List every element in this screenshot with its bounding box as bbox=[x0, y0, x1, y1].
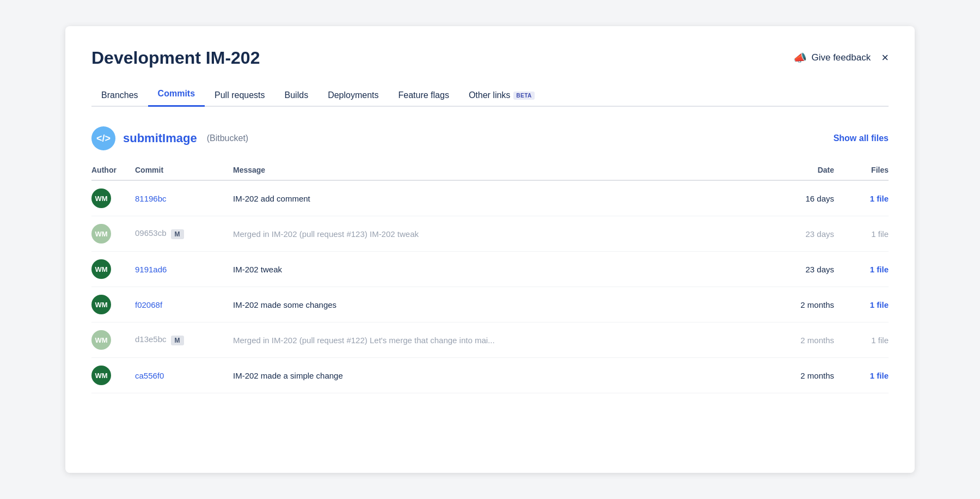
give-feedback-label: Give feedback bbox=[811, 52, 871, 63]
commit-cell-0: 81196bc bbox=[135, 180, 233, 216]
author-cell-3: WM bbox=[91, 287, 135, 322]
message-cell-0: IM-202 add comment bbox=[233, 180, 758, 216]
tab-deployments[interactable]: Deployments bbox=[318, 85, 388, 107]
tab-pull-requests[interactable]: Pull requests bbox=[205, 85, 275, 107]
tabs-nav: BranchesCommitsPull requestsBuildsDeploy… bbox=[91, 83, 889, 107]
table-row: WMf02068fIM-202 made some changes2 month… bbox=[91, 287, 889, 322]
give-feedback-button[interactable]: 📣 Give feedback bbox=[793, 51, 871, 64]
table-row: WMca556f0IM-202 made a simple change2 mo… bbox=[91, 358, 889, 393]
beta-badge: BETA bbox=[513, 92, 534, 100]
commit-message: Merged in IM-202 (pull request #122) Let… bbox=[233, 336, 495, 345]
date-cell-1: 23 days bbox=[758, 216, 834, 252]
avatar: WM bbox=[91, 259, 111, 279]
table-row: WM9191ad6IM-202 tweak23 days1 file bbox=[91, 252, 889, 287]
date-cell-0: 16 days bbox=[758, 180, 834, 216]
files-cell-0[interactable]: 1 file bbox=[834, 180, 889, 216]
table-row: WM09653cbMMerged in IM-202 (pull request… bbox=[91, 216, 889, 252]
date-cell-3: 2 months bbox=[758, 287, 834, 322]
commit-cell-1: 09653cbM bbox=[135, 216, 233, 252]
tab-branches[interactable]: Branches bbox=[91, 85, 148, 107]
repo-info: </> submitImage (Bitbucket) bbox=[91, 126, 248, 150]
close-button[interactable]: × bbox=[881, 52, 889, 64]
repo-source: (Bitbucket) bbox=[207, 133, 248, 143]
tab-feature-flags[interactable]: Feature flags bbox=[389, 85, 459, 107]
panel-header: Development IM-202 📣 Give feedback × bbox=[91, 48, 889, 68]
col-header-author: Author bbox=[91, 161, 135, 180]
message-cell-2: IM-202 tweak bbox=[233, 252, 758, 287]
avatar: WM bbox=[91, 295, 111, 314]
commit-cell-4: d13e5bcM bbox=[135, 322, 233, 358]
avatar: WM bbox=[91, 188, 111, 208]
col-header-files: Files bbox=[834, 161, 889, 180]
col-header-date: Date bbox=[758, 161, 834, 180]
merge-badge: M bbox=[171, 336, 184, 345]
repo-section: </> submitImage (Bitbucket) Show all fil… bbox=[91, 126, 889, 393]
tab-builds[interactable]: Builds bbox=[275, 85, 318, 107]
avatar: WM bbox=[91, 224, 111, 244]
commits-table: Author Commit Message Date Files WM81196… bbox=[91, 161, 889, 393]
commit-cell-3: f02068f bbox=[135, 287, 233, 322]
date-cell-5: 2 months bbox=[758, 358, 834, 393]
message-cell-4: Merged in IM-202 (pull request #122) Let… bbox=[233, 322, 758, 358]
files-cell-2[interactable]: 1 file bbox=[834, 252, 889, 287]
table-row: WM81196bcIM-202 add comment16 days1 file bbox=[91, 180, 889, 216]
commit-hash-link[interactable]: 9191ad6 bbox=[135, 265, 167, 274]
date-cell-4: 2 months bbox=[758, 322, 834, 358]
author-cell-2: WM bbox=[91, 252, 135, 287]
message-cell-5: IM-202 made a simple change bbox=[233, 358, 758, 393]
commit-cell-2: 9191ad6 bbox=[135, 252, 233, 287]
table-row: WMd13e5bcMMerged in IM-202 (pull request… bbox=[91, 322, 889, 358]
merge-badge: M bbox=[171, 229, 184, 239]
author-cell-1: WM bbox=[91, 216, 135, 252]
col-header-commit: Commit bbox=[135, 161, 233, 180]
commit-message: IM-202 tweak bbox=[233, 265, 282, 274]
col-header-message: Message bbox=[233, 161, 758, 180]
files-cell-1[interactable]: 1 file bbox=[834, 216, 889, 252]
commit-message: IM-202 made some changes bbox=[233, 300, 336, 309]
commits-table-header: Author Commit Message Date Files bbox=[91, 161, 889, 180]
avatar: WM bbox=[91, 366, 111, 385]
commit-hash-link[interactable]: ca556f0 bbox=[135, 371, 164, 380]
author-cell-5: WM bbox=[91, 358, 135, 393]
commit-message: IM-202 add comment bbox=[233, 194, 310, 203]
tab-commits[interactable]: Commits bbox=[148, 83, 205, 107]
files-cell-4[interactable]: 1 file bbox=[834, 322, 889, 358]
show-all-files-button[interactable]: Show all files bbox=[834, 133, 889, 143]
header-actions: 📣 Give feedback × bbox=[793, 51, 889, 64]
repo-icon-text: </> bbox=[96, 133, 111, 144]
message-cell-1: Merged in IM-202 (pull request #123) IM-… bbox=[233, 216, 758, 252]
author-cell-0: WM bbox=[91, 180, 135, 216]
commits-table-body: WM81196bcIM-202 add comment16 days1 file… bbox=[91, 180, 889, 393]
files-cell-5[interactable]: 1 file bbox=[834, 358, 889, 393]
files-cell-3[interactable]: 1 file bbox=[834, 287, 889, 322]
commit-cell-5: ca556f0 bbox=[135, 358, 233, 393]
commit-hash-link[interactable]: 81196bc bbox=[135, 194, 167, 203]
commit-hash-link[interactable]: 09653cb bbox=[135, 228, 167, 238]
commit-message: IM-202 made a simple change bbox=[233, 371, 343, 380]
commit-message: Merged in IM-202 (pull request #123) IM-… bbox=[233, 229, 419, 239]
panel-title: Development IM-202 bbox=[91, 48, 260, 68]
megaphone-icon: 📣 bbox=[793, 51, 807, 64]
date-cell-2: 23 days bbox=[758, 252, 834, 287]
avatar: WM bbox=[91, 330, 111, 350]
message-cell-3: IM-202 made some changes bbox=[233, 287, 758, 322]
tab-other-links[interactable]: Other linksBETA bbox=[459, 85, 544, 107]
repo-icon: </> bbox=[91, 126, 115, 150]
repo-header: </> submitImage (Bitbucket) Show all fil… bbox=[91, 126, 889, 150]
commit-hash-link[interactable]: d13e5bc bbox=[135, 334, 167, 344]
main-panel: Development IM-202 📣 Give feedback × Bra… bbox=[65, 26, 915, 473]
commit-hash-link[interactable]: f02068f bbox=[135, 300, 162, 309]
repo-name: submitImage bbox=[123, 131, 197, 145]
author-cell-4: WM bbox=[91, 322, 135, 358]
